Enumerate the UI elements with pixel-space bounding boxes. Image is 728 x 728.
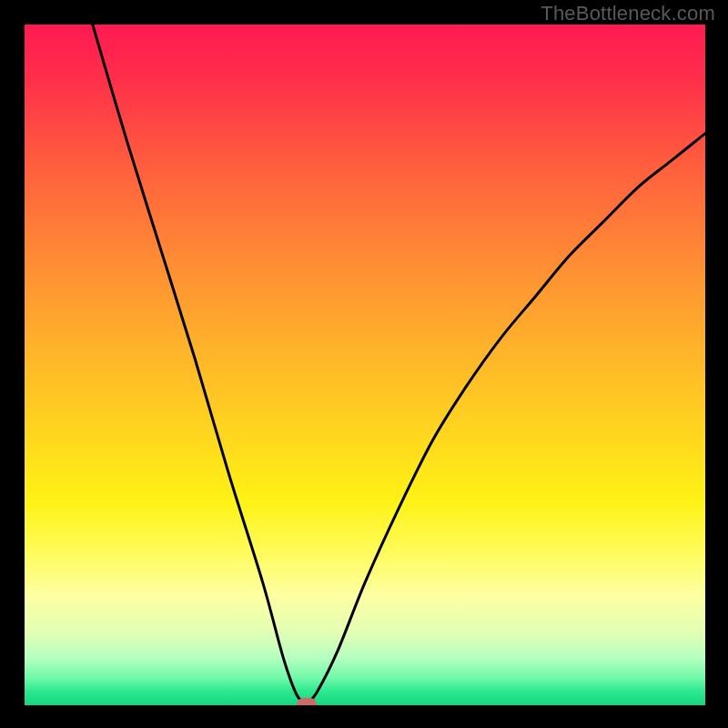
curve-svg: [25, 25, 705, 705]
plot-area: [25, 25, 705, 705]
bottleneck-curve: [93, 25, 705, 705]
chart-frame: TheBottleneck.com: [0, 0, 728, 728]
watermark-text: TheBottleneck.com: [541, 2, 715, 25]
minimum-marker: [297, 698, 317, 706]
